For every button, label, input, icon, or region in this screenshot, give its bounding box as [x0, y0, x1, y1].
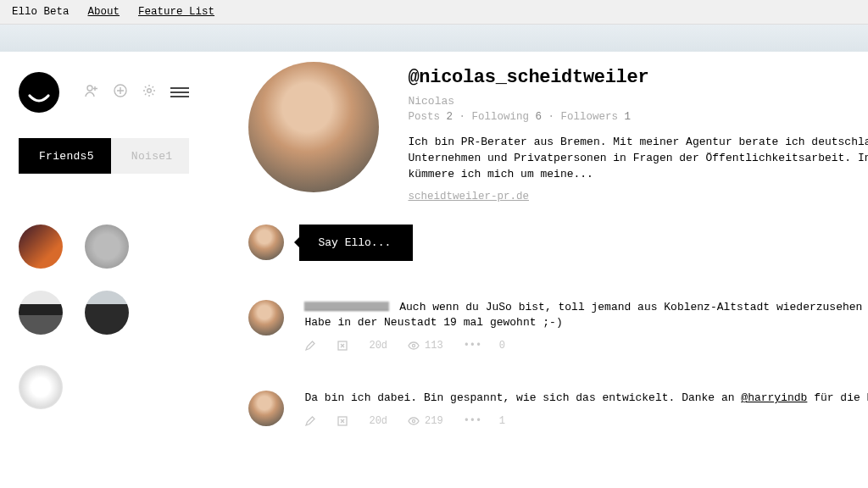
post: Auch wenn du JuSo bist, toll jemand aus … — [248, 300, 868, 352]
profile-stats: Posts 2 · Following 6 · Followers 1 — [408, 111, 868, 123]
tab-noise-count: 1 — [165, 150, 172, 163]
top-nav: Ello Beta About Feature List — [0, 0, 868, 25]
post-meta: 20d 219 ••• 1 — [304, 415, 868, 427]
profile-column: @nicolas_scheidtweiler Nicolas Posts 2 ·… — [206, 52, 868, 427]
friend-avatar[interactable] — [19, 365, 63, 409]
delete-icon[interactable] — [337, 415, 348, 427]
friend-avatar[interactable] — [19, 225, 63, 269]
post-meta: 20d 113 ••• 0 — [304, 340, 868, 352]
views-count: 113 — [408, 340, 443, 352]
sidebar: Friends 5 Noise 1 — [0, 52, 206, 427]
tab-friends-label: Friends — [39, 150, 87, 163]
friend-avatar[interactable] — [85, 225, 129, 269]
eye-icon — [408, 340, 420, 352]
tab-friends[interactable]: Friends 5 — [19, 138, 111, 174]
profile-handle: @nicolas_scheidtweiler — [408, 67, 868, 88]
feed-tabs: Friends 5 Noise 1 — [19, 138, 189, 174]
profile-bio: Ich bin PR-Berater aus Bremen. Mit meine… — [408, 135, 868, 183]
svg-point-6 — [412, 419, 415, 422]
compose-input[interactable]: Say Ello... — [299, 225, 413, 261]
views-count: 219 — [408, 415, 443, 427]
post-text: Da bin ich dabei. Bin gespannt, wie sich… — [304, 391, 868, 407]
svg-point-0 — [87, 86, 92, 91]
post-text: Auch wenn du JuSo bist, toll jemand aus … — [304, 300, 868, 332]
delete-icon[interactable] — [337, 340, 348, 352]
mention-link[interactable]: @harryindb — [741, 391, 807, 404]
post-age: 20d — [369, 340, 387, 352]
nav-about[interactable]: About — [88, 6, 120, 18]
new-post-icon[interactable] — [113, 83, 128, 102]
edit-icon[interactable] — [304, 340, 316, 352]
more-icon[interactable]: ••• 1 — [464, 415, 505, 427]
more-icon[interactable]: ••• 0 — [464, 340, 505, 352]
post: Da bin ich dabei. Bin gespannt, wie sich… — [248, 391, 868, 427]
eye-icon — [408, 415, 420, 427]
add-friend-icon[interactable] — [84, 83, 99, 102]
post-avatar[interactable] — [248, 391, 284, 426]
tab-noise-label: Noise — [131, 150, 166, 163]
svg-point-4 — [412, 345, 415, 347]
redacted-handle — [304, 302, 389, 311]
profile-info: @nicolas_scheidtweiler Nicolas Posts 2 ·… — [408, 62, 868, 202]
friend-avatar[interactable] — [19, 291, 63, 335]
ello-logo[interactable] — [19, 72, 59, 113]
composer: Say Ello... — [248, 225, 868, 261]
nav-brand[interactable]: Ello Beta — [12, 6, 70, 18]
post-avatar[interactable] — [248, 300, 284, 336]
profile-picture[interactable] — [248, 62, 379, 192]
profile-website-link[interactable]: scheidtweiler-pr.de — [408, 191, 529, 202]
banner-image — [0, 25, 868, 52]
friend-avatar[interactable] — [85, 291, 129, 335]
tab-friends-count: 5 — [87, 150, 94, 163]
svg-point-2 — [147, 89, 152, 93]
edit-icon[interactable] — [304, 415, 316, 427]
profile-name: Nicolas — [408, 95, 868, 108]
tab-noise[interactable]: Noise 1 — [111, 138, 190, 174]
gear-icon[interactable] — [142, 83, 157, 102]
menu-icon[interactable] — [170, 87, 189, 97]
friend-grid — [19, 225, 189, 409]
post-age: 20d — [369, 415, 387, 427]
nav-features[interactable]: Feature List — [138, 6, 214, 18]
composer-avatar — [248, 225, 284, 260]
